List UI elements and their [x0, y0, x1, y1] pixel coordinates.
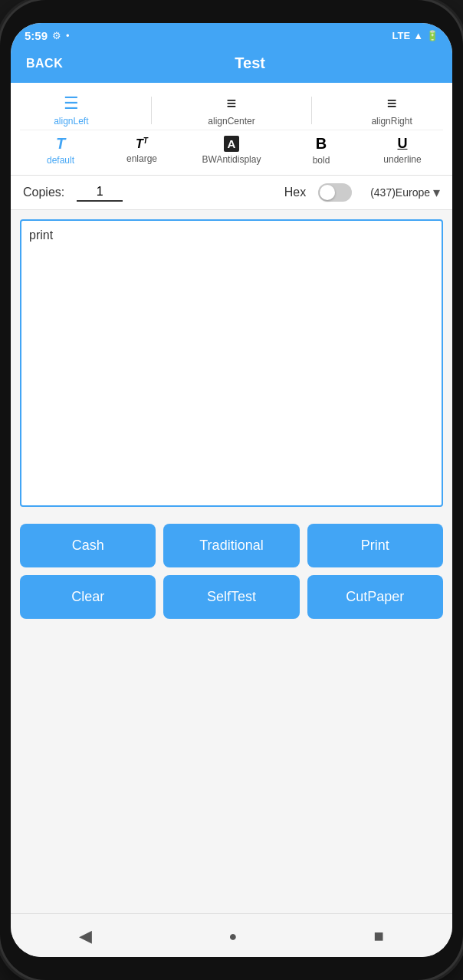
default-label: default — [47, 155, 74, 166]
align-left-button[interactable]: ☰ alignLeft — [48, 94, 94, 127]
gear-icon: ⚙ — [52, 30, 61, 41]
align-right-button[interactable]: ≡ alignRight — [369, 94, 415, 127]
signal-icon: ▲ — [413, 30, 423, 41]
print-textarea[interactable]: print — [20, 219, 443, 507]
content-area: ☰ alignLeft ≡ alignCenter ≡ alignRight — [11, 83, 452, 913]
bold-icon: B — [316, 135, 327, 153]
print-button[interactable]: Print — [307, 524, 443, 567]
enlarge-label: enlarge — [126, 153, 157, 164]
cutpaper-button[interactable]: CutPaper — [307, 575, 443, 619]
hex-label: Hex — [284, 186, 306, 199]
cash-button[interactable]: Cash — [20, 524, 156, 567]
enlarge-icon: TT — [136, 136, 148, 151]
format-row: T default TT enlarge A BWAntidisplay B b… — [20, 130, 443, 169]
page-title: Test — [63, 54, 437, 72]
format-default-button[interactable]: T default — [40, 135, 82, 166]
align-left-icon: ☰ — [64, 94, 79, 113]
nav-bar: ◀ ● ■ — [11, 913, 452, 957]
toggle-knob — [320, 185, 335, 200]
dot-icon: • — [66, 30, 70, 41]
format-underline-button[interactable]: U underline — [381, 136, 423, 165]
back-button[interactable]: BACK — [26, 57, 63, 71]
nav-home-button[interactable]: ● — [210, 924, 255, 949]
format-enlarge-button[interactable]: TT enlarge — [121, 136, 163, 164]
align-right-icon: ≡ — [387, 94, 397, 113]
spacer — [11, 626, 452, 914]
nav-back-button[interactable]: ◀ — [61, 922, 110, 951]
options-row: Copies: Hex (437)Europe ▾ — [11, 176, 452, 210]
bold-label: bold — [313, 155, 330, 166]
region-select[interactable]: (437)Europe ▾ — [370, 184, 440, 201]
align-center-icon: ≡ — [227, 94, 237, 113]
traditional-button[interactable]: Traditional — [163, 524, 299, 567]
format-bold-button[interactable]: B bold — [300, 135, 342, 166]
underline-label: underline — [383, 154, 421, 165]
chevron-down-icon: ▾ — [433, 184, 440, 201]
lte-text: LTE — [392, 30, 411, 41]
align-left-label: alignLeft — [54, 116, 88, 127]
battery-icon: 🔋 — [426, 30, 438, 41]
selftest-button[interactable]: SelfTest — [163, 575, 299, 619]
clear-button[interactable]: Clear — [20, 575, 156, 619]
buttons-section: Cash Traditional Print Clear SelfTest Cu… — [11, 516, 452, 626]
toolbar-section: ☰ alignLeft ≡ alignCenter ≡ alignRight — [11, 83, 452, 176]
underline-icon: U — [397, 136, 407, 152]
status-bar: 5:59 ⚙ • LTE ▲ 🔋 — [11, 23, 452, 47]
copies-label: Copies: — [23, 186, 64, 199]
bw-label: BWAntidisplay — [202, 154, 261, 165]
divider — [151, 97, 152, 124]
copies-input[interactable] — [77, 183, 123, 202]
bw-icon: A — [224, 136, 240, 152]
align-row: ☰ alignLeft ≡ alignCenter ≡ alignRight — [20, 89, 443, 130]
align-right-label: alignRight — [371, 116, 412, 127]
top-bar: BACK Test — [11, 47, 452, 83]
region-text: (437)Europe — [370, 186, 430, 199]
hex-toggle[interactable] — [318, 183, 352, 202]
buttons-row2: Clear SelfTest CutPaper — [20, 575, 443, 619]
status-right: LTE ▲ 🔋 — [392, 30, 438, 41]
phone-frame: 5:59 ⚙ • LTE ▲ 🔋 BACK Test ☰ — [0, 0, 463, 980]
divider2 — [311, 97, 312, 124]
status-left: 5:59 ⚙ • — [25, 29, 70, 42]
default-icon: T — [56, 135, 65, 153]
format-bw-button[interactable]: A BWAntidisplay — [202, 136, 261, 165]
align-center-label: alignCenter — [208, 116, 254, 127]
align-center-button[interactable]: ≡ alignCenter — [208, 94, 254, 127]
phone-screen: 5:59 ⚙ • LTE ▲ 🔋 BACK Test ☰ — [11, 23, 452, 957]
status-time: 5:59 — [25, 29, 48, 42]
print-area: print — [11, 210, 452, 516]
nav-recents-button[interactable]: ■ — [356, 922, 402, 951]
buttons-row1: Cash Traditional Print — [20, 524, 443, 567]
